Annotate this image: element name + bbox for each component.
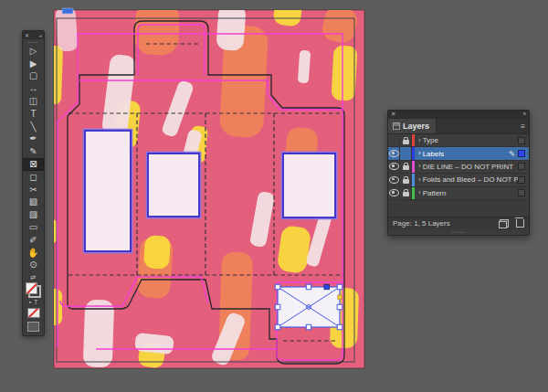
tools-swatch-area: ⇄ ▪T: [23, 271, 44, 335]
selection-handle[interactable]: [275, 324, 280, 330]
selection-handle[interactable]: [306, 284, 311, 290]
lock-toggle[interactable]: [400, 147, 412, 159]
delete-layer-button[interactable]: [516, 219, 524, 228]
label-frame[interactable]: [283, 154, 335, 217]
selection-handle[interactable]: [306, 324, 311, 330]
selection-handle[interactable]: [275, 284, 280, 290]
layer-target-square[interactable]: [518, 137, 525, 144]
layer-target-square[interactable]: [518, 189, 525, 196]
swap-fill-stroke-icon[interactable]: ⇄: [31, 273, 37, 281]
layer-target-square[interactable]: [518, 176, 525, 184]
page-tool[interactable]: ▢: [23, 70, 44, 83]
layer-row[interactable]: ›Type: [388, 134, 529, 147]
brush-stroke-orange: [134, 1, 180, 56]
tools-panel: ✕ » ▪▪▪▪ ▷▶▢↔◫T╲✒✎⊠◻✂▧▨▭✐✋⊙ ⇄ ▪T: [22, 30, 45, 336]
formatting-affects-row[interactable]: ▪T: [29, 299, 37, 306]
lock-toggle[interactable]: [400, 187, 412, 199]
indesign-workspace: ✕ » ▪▪▪▪ ▷▶▢↔◫T╲✒✎⊠◻✂▧▨▭✐✋⊙ ⇄ ▪T ✕ » Lay…: [0, 0, 548, 392]
layers-panel-empty-area: [388, 200, 529, 217]
brush-stroke-cream: [216, 4, 246, 51]
pen-tool[interactable]: ✒: [23, 133, 44, 146]
type-tool[interactable]: T: [23, 108, 44, 121]
lock-icon: [403, 179, 409, 184]
line-tool[interactable]: ╲: [23, 121, 44, 133]
zoom-tool[interactable]: ⊙: [23, 260, 44, 272]
layers-panel-tabrow: Layers ≡: [388, 119, 529, 134]
content-collector-tool[interactable]: ◫: [23, 95, 44, 108]
eye-icon: [389, 163, 399, 170]
pencil-tool[interactable]: ✎: [23, 145, 44, 158]
rectangle-frame-tool[interactable]: ⊠: [23, 158, 44, 171]
eye-icon: [389, 176, 399, 184]
tools-list: ▷▶▢↔◫T╲✒✎⊠◻✂▧▨▭✐✋⊙: [23, 45, 44, 271]
layers-panel-close-icon[interactable]: ✕: [391, 111, 395, 118]
visibility-toggle[interactable]: [388, 134, 400, 146]
eyedropper-tool[interactable]: ✐: [23, 234, 44, 247]
layer-target-square[interactable]: [518, 163, 525, 170]
selection-handle[interactable]: [337, 284, 342, 290]
tools-panel-titlebar: ✕ »: [23, 31, 44, 39]
lock-icon: [403, 165, 409, 170]
visibility-toggle[interactable]: [388, 161, 400, 173]
layer-name[interactable]: Folds and Bleed – DO NOT PRINT: [423, 175, 518, 184]
layer-name[interactable]: DIE LINE – DO NOT PRINT: [423, 163, 518, 171]
disclosure-triangle[interactable]: ›: [418, 176, 421, 184]
visibility-toggle[interactable]: [388, 147, 400, 159]
gap-tool[interactable]: ↔: [23, 82, 44, 95]
layer-color-chip: [412, 147, 415, 159]
lock-toggle[interactable]: [400, 161, 412, 173]
apply-none-button[interactable]: [27, 308, 40, 318]
disclosure-triangle[interactable]: ›: [418, 189, 421, 196]
layer-row[interactable]: ›Labels✎: [388, 147, 529, 160]
layer-row[interactable]: ›Pattern: [388, 187, 529, 200]
fill-swatch[interactable]: [26, 282, 37, 294]
layer-row[interactable]: ›Folds and Bleed – DO NOT PRINT: [388, 174, 529, 186]
lock-toggle[interactable]: [400, 134, 412, 146]
layer-target-square[interactable]: [518, 150, 525, 157]
disclosure-triangle[interactable]: ›: [418, 150, 421, 157]
gradient-feather-tool[interactable]: ▨: [23, 208, 44, 221]
layers-panel-resize-grip[interactable]: ▪▪▪▪▪: [388, 229, 529, 235]
eye-icon: [389, 189, 399, 196]
solid-selection-handle[interactable]: [324, 284, 330, 290]
tools-panel-collapse-icon[interactable]: »: [39, 33, 42, 38]
label-frame[interactable]: [148, 154, 199, 217]
selection-handle[interactable]: [337, 304, 342, 310]
note-tool[interactable]: ▭: [23, 221, 44, 234]
selected-empty-frame[interactable]: [275, 284, 342, 330]
layer-row[interactable]: ›DIE LINE – DO NOT PRINT: [388, 161, 529, 174]
brush-stroke-cream: [298, 50, 311, 84]
selection-handle[interactable]: [275, 304, 280, 310]
tools-panel-close-icon[interactable]: ✕: [25, 33, 29, 38]
disclosure-triangle[interactable]: ›: [418, 163, 421, 170]
direct-selection-tool[interactable]: ▶: [23, 58, 44, 70]
layers-tab-icon: [393, 122, 400, 130]
hand-tool[interactable]: ✋: [23, 247, 44, 260]
layers-panel-collapse-icon[interactable]: »: [522, 111, 526, 118]
page-tab-indicator[interactable]: [62, 8, 73, 14]
visibility-toggle[interactable]: [388, 187, 400, 199]
lock-icon: [403, 192, 409, 196]
disclosure-triangle[interactable]: ›: [418, 137, 421, 144]
scissors-tool[interactable]: ✂: [23, 184, 44, 196]
tab-layers[interactable]: Layers: [388, 119, 437, 133]
layer-name[interactable]: Type: [423, 136, 518, 144]
page-layer-count: Page: 1, 5 Layers: [393, 219, 450, 228]
selection-handle[interactable]: [337, 324, 342, 330]
label-frame[interactable]: [85, 131, 131, 251]
layer-color-chip: [412, 161, 415, 173]
fill-stroke-indicator[interactable]: [26, 282, 41, 298]
selection-tool[interactable]: ▷: [23, 45, 44, 58]
live-corner-widget[interactable]: [338, 295, 342, 300]
layer-name[interactable]: Labels: [423, 150, 510, 158]
lock-toggle[interactable]: [400, 174, 412, 185]
gradient-swatch-tool[interactable]: ▧: [23, 196, 44, 209]
screen-mode-button[interactable]: [27, 322, 39, 332]
rectangle-tool[interactable]: ◻: [23, 171, 44, 184]
panel-menu-icon[interactable]: ≡: [517, 119, 529, 133]
visibility-toggle[interactable]: [388, 174, 400, 185]
layer-name[interactable]: Pattern: [423, 189, 518, 197]
layer-color-chip: [412, 174, 415, 185]
layers-panel-titlebar: ✕ »: [388, 111, 529, 119]
new-layer-button[interactable]: [500, 219, 509, 228]
